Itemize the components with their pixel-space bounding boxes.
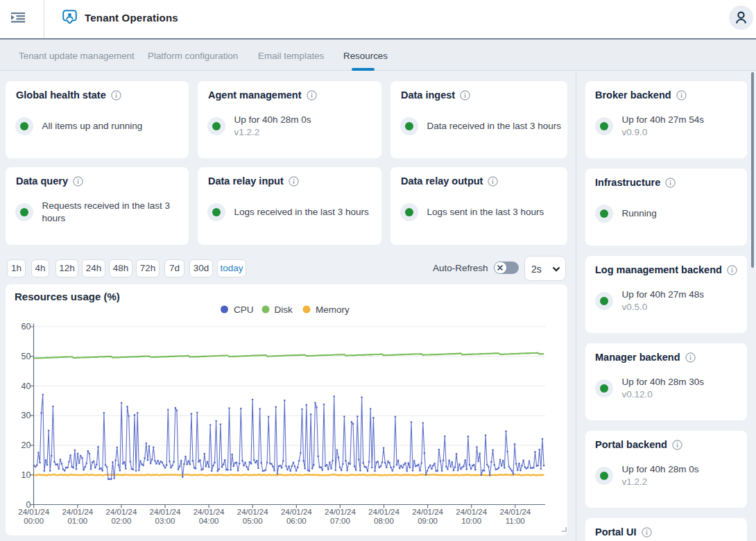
svg-text:08:00: 08:00 [374, 517, 394, 525]
svg-text:24/01/24: 24/01/24 [499, 508, 531, 516]
svg-text:30: 30 [22, 411, 31, 420]
svg-text:24/01/24: 24/01/24 [194, 508, 225, 516]
svg-text:40: 40 [22, 381, 31, 391]
svg-text:11:00: 11:00 [506, 517, 525, 525]
svg-text:10: 10 [22, 470, 31, 480]
svg-text:24/01/24: 24/01/24 [106, 508, 137, 516]
svg-text:04:00: 04:00 [199, 517, 219, 525]
svg-text:24/01/24: 24/01/24 [237, 508, 268, 516]
svg-text:60: 60 [22, 322, 31, 332]
svg-text:24/01/24: 24/01/24 [368, 508, 400, 516]
svg-text:24/01/24: 24/01/24 [456, 508, 487, 516]
svg-text:24/01/24: 24/01/24 [281, 508, 312, 516]
svg-text:24/01/24: 24/01/24 [18, 508, 49, 516]
svg-text:Resources usage (%): Resources usage (%) [15, 291, 120, 302]
svg-text:50: 50 [22, 352, 31, 361]
svg-text:10:00: 10:00 [461, 517, 481, 525]
svg-text:06:00: 06:00 [286, 517, 307, 525]
svg-text:01:00: 01:00 [67, 517, 87, 525]
svg-text:00:00: 00:00 [24, 517, 44, 525]
svg-text:24/01/24: 24/01/24 [62, 508, 93, 516]
svg-text:Memory: Memory [316, 304, 350, 315]
svg-text:24/01/24: 24/01/24 [150, 508, 181, 516]
svg-text:24/01/24: 24/01/24 [412, 508, 443, 516]
svg-text:24/01/24: 24/01/24 [325, 508, 356, 516]
svg-text:CPU: CPU [234, 304, 254, 315]
svg-text:Disk: Disk [275, 304, 293, 315]
svg-text:02:00: 02:00 [112, 517, 132, 525]
svg-text:07:00: 07:00 [330, 517, 350, 525]
svg-text:09:00: 09:00 [418, 517, 438, 525]
svg-text:03:00: 03:00 [155, 517, 175, 525]
svg-text:05:00: 05:00 [243, 517, 263, 525]
svg-text:20: 20 [22, 440, 31, 450]
